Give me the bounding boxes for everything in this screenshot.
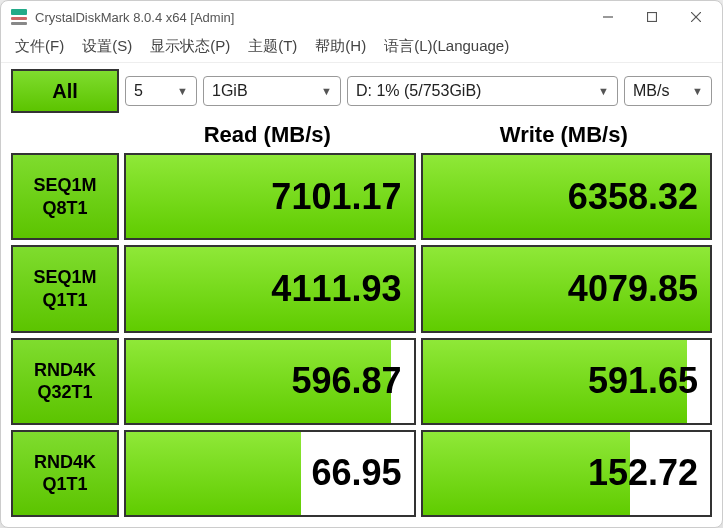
menu-theme[interactable]: 主题(T)	[248, 37, 297, 56]
chevron-down-icon: ▼	[321, 85, 332, 97]
table-row: SEQ1M Q1T1 4111.93 4079.85	[11, 245, 712, 332]
test-count-select[interactable]: 5 ▼	[125, 76, 197, 106]
test-button-seq1m-q8t1[interactable]: SEQ1M Q8T1	[11, 153, 119, 240]
test-label-1: RND4K	[34, 359, 96, 382]
header-read: Read (MB/s)	[119, 119, 416, 153]
test-count-value: 5	[134, 82, 143, 100]
menu-file[interactable]: 文件(F)	[15, 37, 64, 56]
table-row: RND4K Q1T1 66.95 152.72	[11, 430, 712, 517]
write-cell: 4079.85	[421, 245, 713, 332]
read-value: 4111.93	[271, 268, 401, 310]
read-value: 596.87	[291, 360, 401, 402]
write-value: 591.65	[588, 360, 698, 402]
window-title: CrystalDiskMark 8.0.4 x64 [Admin]	[35, 10, 586, 25]
test-size-select[interactable]: 1GiB ▼	[203, 76, 341, 106]
write-cell: 6358.32	[421, 153, 713, 240]
test-label-2: Q32T1	[37, 381, 92, 404]
menubar: 文件(F) 设置(S) 显示状态(P) 主题(T) 帮助(H) 语言(L)(La…	[1, 33, 722, 63]
close-button[interactable]	[674, 3, 718, 31]
run-all-label: All	[52, 80, 78, 103]
table-row: SEQ1M Q8T1 7101.17 6358.32	[11, 153, 712, 240]
minimize-button[interactable]	[586, 3, 630, 31]
maximize-button[interactable]	[630, 3, 674, 31]
unit-select[interactable]: MB/s ▼	[624, 76, 712, 106]
test-label-2: Q1T1	[42, 473, 87, 496]
test-label-1: SEQ1M	[33, 174, 96, 197]
menu-language[interactable]: 语言(L)(Language)	[384, 37, 509, 56]
read-cell: 596.87	[124, 338, 416, 425]
drive-value: D: 1% (5/753GiB)	[356, 82, 481, 100]
write-value: 4079.85	[568, 268, 698, 310]
test-label-2: Q8T1	[42, 197, 87, 220]
run-all-button[interactable]: All	[11, 69, 119, 113]
content-area: All 5 ▼ 1GiB ▼ D: 1% (5/753GiB) ▼ MB/s ▼…	[1, 63, 722, 527]
app-window: CrystalDiskMark 8.0.4 x64 [Admin] 文件(F) …	[0, 0, 723, 528]
read-cell: 66.95	[124, 430, 416, 517]
write-cell: 152.72	[421, 430, 713, 517]
test-label-2: Q1T1	[42, 289, 87, 312]
results-grid: SEQ1M Q8T1 7101.17 6358.32 SEQ1M Q1T1	[11, 153, 712, 517]
read-value: 7101.17	[271, 176, 401, 218]
chevron-down-icon: ▼	[692, 85, 703, 97]
menu-help[interactable]: 帮助(H)	[315, 37, 366, 56]
titlebar: CrystalDiskMark 8.0.4 x64 [Admin]	[1, 1, 722, 33]
header-spacer	[11, 119, 119, 153]
test-button-seq1m-q1t1[interactable]: SEQ1M Q1T1	[11, 245, 119, 332]
write-cell: 591.65	[421, 338, 713, 425]
test-button-rnd4k-q1t1[interactable]: RND4K Q1T1	[11, 430, 119, 517]
controls-row: All 5 ▼ 1GiB ▼ D: 1% (5/753GiB) ▼ MB/s ▼	[11, 69, 712, 113]
read-cell: 7101.17	[124, 153, 416, 240]
test-button-rnd4k-q32t1[interactable]: RND4K Q32T1	[11, 338, 119, 425]
write-value: 6358.32	[568, 176, 698, 218]
read-value: 66.95	[311, 452, 401, 494]
svg-rect-1	[648, 13, 657, 22]
test-size-value: 1GiB	[212, 82, 248, 100]
column-headers: Read (MB/s) Write (MB/s)	[11, 119, 712, 153]
read-cell: 4111.93	[124, 245, 416, 332]
menu-display[interactable]: 显示状态(P)	[150, 37, 230, 56]
unit-value: MB/s	[633, 82, 669, 100]
write-value: 152.72	[588, 452, 698, 494]
chevron-down-icon: ▼	[598, 85, 609, 97]
header-write: Write (MB/s)	[416, 119, 713, 153]
chevron-down-icon: ▼	[177, 85, 188, 97]
read-fill	[126, 432, 301, 515]
drive-select[interactable]: D: 1% (5/753GiB) ▼	[347, 76, 618, 106]
app-icon	[11, 9, 27, 25]
menu-settings[interactable]: 设置(S)	[82, 37, 132, 56]
test-label-1: RND4K	[34, 451, 96, 474]
table-row: RND4K Q32T1 596.87 591.65	[11, 338, 712, 425]
test-label-1: SEQ1M	[33, 266, 96, 289]
